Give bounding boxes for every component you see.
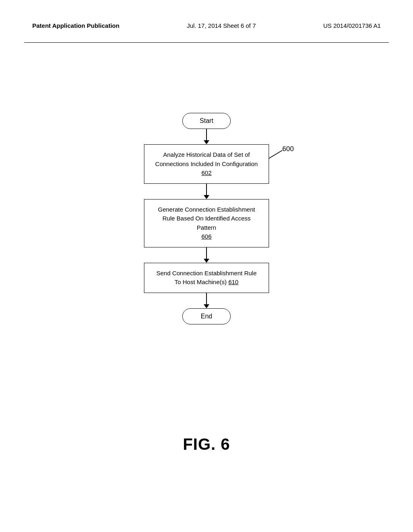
flowchart: Start Analyze Historical Data of Set of …: [106, 113, 307, 324]
process-box-3: Send Connection Establishment Rule To Ho…: [144, 263, 269, 293]
box2-text: Generate Connection Establishment Rule B…: [158, 206, 255, 231]
process-box-1: Analyze Historical Data of Set of Connec…: [144, 144, 269, 184]
end-label: End: [201, 313, 212, 320]
box2-ref: 606: [201, 233, 211, 240]
header-divider: [24, 42, 389, 43]
box1-ref: 602: [201, 169, 211, 176]
box3-ref: 610: [228, 278, 238, 285]
arrow-1: [204, 129, 209, 144]
date-sheet-label: Jul. 17, 2014 Sheet 6 of 7: [187, 22, 256, 29]
arrow-3: [204, 247, 209, 263]
publication-label: Patent Application Publication: [32, 22, 119, 29]
start-label: Start: [200, 117, 213, 124]
page: Patent Application Publication Jul. 17, …: [0, 0, 413, 532]
start-oval: Start: [182, 113, 231, 129]
box3-text: Send Connection Establishment Rule To Ho…: [156, 270, 257, 286]
process-box-2: Generate Connection Establishment Rule B…: [144, 199, 269, 247]
figure-label: FIG. 6: [183, 435, 230, 453]
arrow-2: [204, 184, 209, 199]
header: Patent Application Publication Jul. 17, …: [0, 22, 413, 29]
box1-text: Analyze Historical Data of Set of Connec…: [155, 151, 258, 167]
patent-number-label: US 2014/0201736 A1: [323, 22, 381, 29]
arrow-4: [204, 293, 209, 308]
end-oval: End: [182, 308, 231, 324]
